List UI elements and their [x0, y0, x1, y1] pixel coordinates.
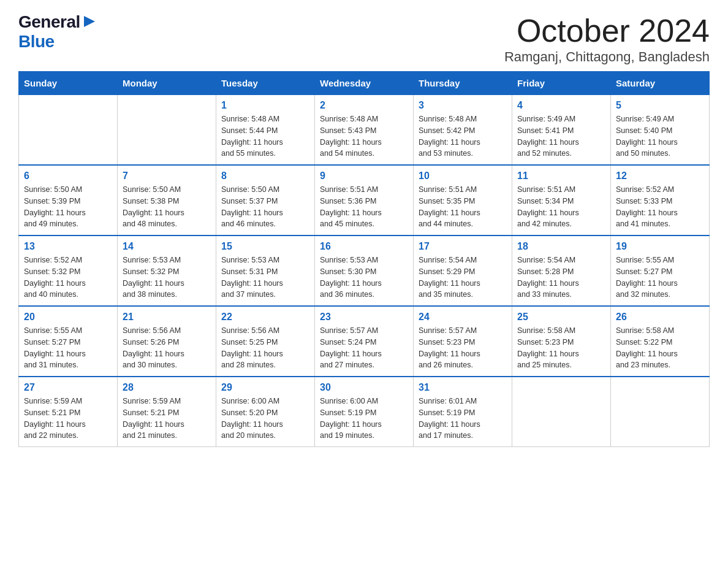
calendar-week-row: 1Sunrise: 5:48 AM Sunset: 5:44 PM Daylig… — [19, 95, 710, 166]
day-number: 30 — [320, 382, 408, 393]
day-number: 13 — [24, 241, 112, 252]
calendar-cell: 31Sunrise: 6:01 AM Sunset: 5:19 PM Dayli… — [414, 377, 512, 447]
day-number: 11 — [517, 170, 605, 182]
svg-marker-0 — [84, 16, 95, 27]
calendar-header-sunday: Sunday — [19, 72, 118, 95]
month-title: October 2024 — [504, 12, 710, 49]
location-title: Ramganj, Chittagong, Bangladesh — [504, 49, 710, 65]
calendar-cell: 27Sunrise: 5:59 AM Sunset: 5:21 PM Dayli… — [19, 377, 118, 447]
day-number: 7 — [123, 170, 211, 182]
calendar-table: SundayMondayTuesdayWednesdayThursdayFrid… — [18, 71, 710, 447]
calendar-cell: 7Sunrise: 5:50 AM Sunset: 5:38 PM Daylig… — [118, 165, 216, 236]
calendar-cell: 30Sunrise: 6:00 AM Sunset: 5:19 PM Dayli… — [315, 377, 414, 447]
day-number: 8 — [221, 170, 309, 182]
calendar-cell: 1Sunrise: 5:48 AM Sunset: 5:44 PM Daylig… — [216, 95, 315, 166]
day-info: Sunrise: 5:49 AM Sunset: 5:40 PM Dayligh… — [616, 113, 704, 159]
day-number: 4 — [517, 100, 605, 111]
calendar-cell: 15Sunrise: 5:53 AM Sunset: 5:31 PM Dayli… — [216, 236, 315, 306]
day-number: 17 — [419, 241, 507, 252]
day-info: Sunrise: 5:59 AM Sunset: 5:21 PM Dayligh… — [123, 396, 211, 442]
day-number: 22 — [221, 312, 309, 323]
day-number: 23 — [320, 312, 408, 323]
calendar-header-wednesday: Wednesday — [315, 72, 414, 95]
day-number: 21 — [123, 312, 211, 323]
day-number: 2 — [320, 100, 408, 111]
day-number: 12 — [616, 170, 704, 182]
day-info: Sunrise: 5:48 AM Sunset: 5:42 PM Dayligh… — [419, 113, 507, 159]
day-number: 18 — [517, 241, 605, 252]
calendar-cell: 22Sunrise: 5:56 AM Sunset: 5:25 PM Dayli… — [216, 306, 315, 377]
calendar-header-monday: Monday — [118, 72, 216, 95]
calendar-header-saturday: Saturday — [611, 72, 710, 95]
day-info: Sunrise: 5:55 AM Sunset: 5:27 PM Dayligh… — [24, 325, 112, 371]
day-info: Sunrise: 5:48 AM Sunset: 5:44 PM Dayligh… — [221, 113, 309, 159]
day-info: Sunrise: 5:50 AM Sunset: 5:39 PM Dayligh… — [24, 184, 112, 230]
day-number: 29 — [221, 382, 309, 393]
day-info: Sunrise: 5:54 AM Sunset: 5:28 PM Dayligh… — [517, 255, 605, 301]
calendar-cell: 23Sunrise: 5:57 AM Sunset: 5:24 PM Dayli… — [315, 306, 414, 377]
day-info: Sunrise: 5:52 AM Sunset: 5:33 PM Dayligh… — [616, 184, 704, 230]
calendar-cell — [118, 95, 216, 166]
day-info: Sunrise: 5:56 AM Sunset: 5:26 PM Dayligh… — [123, 325, 211, 371]
calendar-cell: 18Sunrise: 5:54 AM Sunset: 5:28 PM Dayli… — [512, 236, 611, 306]
logo-triangle-icon — [83, 15, 96, 28]
logo: General Blue — [18, 12, 96, 52]
day-number: 3 — [419, 100, 507, 111]
day-info: Sunrise: 5:51 AM Sunset: 5:35 PM Dayligh… — [419, 184, 507, 230]
calendar-cell: 11Sunrise: 5:51 AM Sunset: 5:34 PM Dayli… — [512, 165, 611, 236]
calendar-cell: 5Sunrise: 5:49 AM Sunset: 5:40 PM Daylig… — [611, 95, 710, 166]
calendar-header-row: SundayMondayTuesdayWednesdayThursdayFrid… — [19, 72, 710, 95]
calendar-cell: 24Sunrise: 5:57 AM Sunset: 5:23 PM Dayli… — [414, 306, 512, 377]
day-number: 6 — [24, 170, 112, 182]
calendar-cell: 16Sunrise: 5:53 AM Sunset: 5:30 PM Dayli… — [315, 236, 414, 306]
calendar-cell: 6Sunrise: 5:50 AM Sunset: 5:39 PM Daylig… — [19, 165, 118, 236]
day-info: Sunrise: 5:58 AM Sunset: 5:23 PM Dayligh… — [517, 325, 605, 371]
calendar-cell: 19Sunrise: 5:55 AM Sunset: 5:27 PM Dayli… — [611, 236, 710, 306]
calendar-cell: 2Sunrise: 5:48 AM Sunset: 5:43 PM Daylig… — [315, 95, 414, 166]
day-info: Sunrise: 5:53 AM Sunset: 5:30 PM Dayligh… — [320, 255, 408, 301]
day-number: 1 — [221, 100, 309, 111]
day-number: 24 — [419, 312, 507, 323]
calendar-cell: 20Sunrise: 5:55 AM Sunset: 5:27 PM Dayli… — [19, 306, 118, 377]
day-info: Sunrise: 5:53 AM Sunset: 5:32 PM Dayligh… — [123, 255, 211, 301]
calendar-cell: 21Sunrise: 5:56 AM Sunset: 5:26 PM Dayli… — [118, 306, 216, 377]
calendar-cell: 28Sunrise: 5:59 AM Sunset: 5:21 PM Dayli… — [118, 377, 216, 447]
day-info: Sunrise: 5:56 AM Sunset: 5:25 PM Dayligh… — [221, 325, 309, 371]
day-info: Sunrise: 5:52 AM Sunset: 5:32 PM Dayligh… — [24, 255, 112, 301]
day-number: 9 — [320, 170, 408, 182]
day-info: Sunrise: 6:01 AM Sunset: 5:19 PM Dayligh… — [419, 396, 507, 442]
day-info: Sunrise: 5:50 AM Sunset: 5:37 PM Dayligh… — [221, 184, 309, 230]
day-number: 16 — [320, 241, 408, 252]
day-number: 28 — [123, 382, 211, 393]
title-section: October 2024 Ramganj, Chittagong, Bangla… — [504, 12, 710, 65]
calendar-week-row: 6Sunrise: 5:50 AM Sunset: 5:39 PM Daylig… — [19, 165, 710, 236]
day-number: 19 — [616, 241, 704, 252]
day-number: 31 — [419, 382, 507, 393]
day-info: Sunrise: 6:00 AM Sunset: 5:19 PM Dayligh… — [320, 396, 408, 442]
calendar-cell: 13Sunrise: 5:52 AM Sunset: 5:32 PM Dayli… — [19, 236, 118, 306]
calendar-week-row: 27Sunrise: 5:59 AM Sunset: 5:21 PM Dayli… — [19, 377, 710, 447]
day-info: Sunrise: 5:49 AM Sunset: 5:41 PM Dayligh… — [517, 113, 605, 159]
calendar-header-thursday: Thursday — [414, 72, 512, 95]
calendar-header-friday: Friday — [512, 72, 611, 95]
calendar-cell: 14Sunrise: 5:53 AM Sunset: 5:32 PM Dayli… — [118, 236, 216, 306]
calendar-cell: 8Sunrise: 5:50 AM Sunset: 5:37 PM Daylig… — [216, 165, 315, 236]
day-info: Sunrise: 5:59 AM Sunset: 5:21 PM Dayligh… — [24, 396, 112, 442]
day-info: Sunrise: 5:57 AM Sunset: 5:24 PM Dayligh… — [320, 325, 408, 371]
day-info: Sunrise: 5:53 AM Sunset: 5:31 PM Dayligh… — [221, 255, 309, 301]
day-info: Sunrise: 5:55 AM Sunset: 5:27 PM Dayligh… — [616, 255, 704, 301]
calendar-cell: 3Sunrise: 5:48 AM Sunset: 5:42 PM Daylig… — [414, 95, 512, 166]
day-info: Sunrise: 5:54 AM Sunset: 5:29 PM Dayligh… — [419, 255, 507, 301]
page-header: General Blue October 2024 Ramganj, Chitt… — [18, 12, 710, 65]
day-info: Sunrise: 6:00 AM Sunset: 5:20 PM Dayligh… — [221, 396, 309, 442]
day-number: 20 — [24, 312, 112, 323]
calendar-cell: 4Sunrise: 5:49 AM Sunset: 5:41 PM Daylig… — [512, 95, 611, 166]
calendar-week-row: 20Sunrise: 5:55 AM Sunset: 5:27 PM Dayli… — [19, 306, 710, 377]
calendar-cell: 26Sunrise: 5:58 AM Sunset: 5:22 PM Dayli… — [611, 306, 710, 377]
day-number: 26 — [616, 312, 704, 323]
calendar-header-tuesday: Tuesday — [216, 72, 315, 95]
logo-blue-text: Blue — [18, 32, 55, 52]
calendar-cell: 29Sunrise: 6:00 AM Sunset: 5:20 PM Dayli… — [216, 377, 315, 447]
logo-general-text: General — [18, 12, 80, 32]
day-number: 5 — [616, 100, 704, 111]
